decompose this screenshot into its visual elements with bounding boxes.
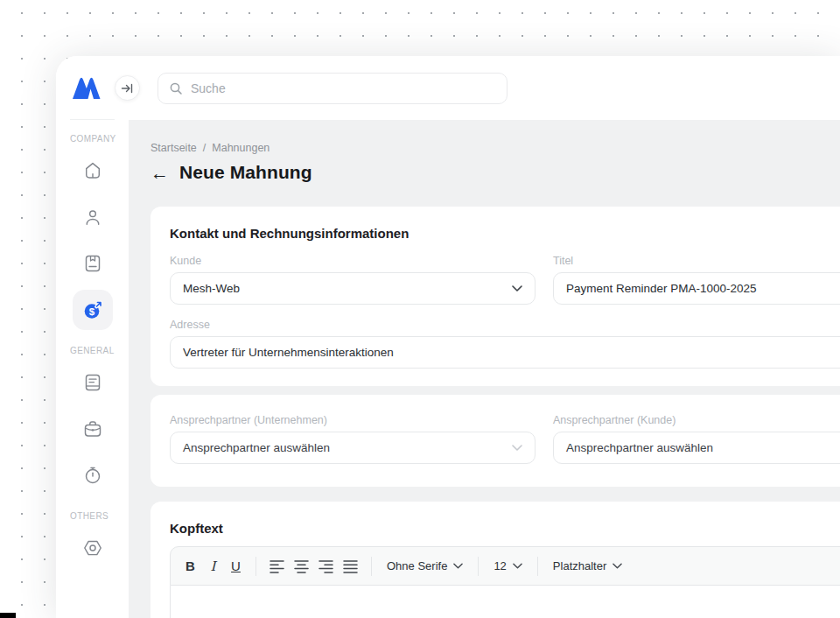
chevron-down-icon — [612, 563, 622, 569]
search-icon — [169, 81, 183, 95]
titel-input[interactable] — [553, 272, 840, 305]
adresse-label: Adresse — [170, 319, 840, 331]
toolbar-separator — [371, 557, 372, 576]
titel-label: Titel — [553, 255, 840, 267]
sidebar-item-catalog[interactable] — [73, 243, 113, 284]
underline-button[interactable]: U — [228, 555, 243, 578]
sidebar-item-settings[interactable] — [73, 528, 113, 568]
italic-button[interactable]: I — [206, 555, 220, 578]
font-size-dropdown[interactable]: 12 — [491, 559, 524, 572]
chevron-down-icon — [513, 563, 522, 569]
breadcrumb-separator: / — [203, 142, 206, 154]
sidebar-section-general: GENERAL — [56, 346, 129, 355]
main-area: Startseite / Mahnungen ← Neue Mahnung Ko… — [129, 56, 840, 618]
breadcrumb-current: Mahnungen — [212, 142, 270, 154]
partner-customer-label: Ansprechpartner (Kunde) — [553, 414, 840, 426]
partners-card: Ansprechpartner (Unternehmen) Ansprechpa… — [150, 395, 840, 487]
corner-mark — [0, 613, 16, 618]
home-icon — [82, 160, 103, 181]
align-right-button[interactable] — [318, 559, 334, 573]
contact-card: Kontakt und Rechnungsinformationen Kunde… — [150, 207, 840, 386]
briefcase-icon — [82, 418, 103, 439]
sidebar-collapse-button[interactable] — [115, 75, 140, 101]
adresse-input[interactable] — [170, 336, 840, 369]
sidebar-item-documents[interactable] — [73, 362, 113, 403]
chevron-down-icon — [512, 285, 522, 291]
book-icon — [82, 253, 103, 274]
kunde-value: Mesh-Web — [183, 282, 240, 295]
sidebar-item-home[interactable] — [73, 151, 113, 191]
partner-customer-select[interactable]: Ansprechpartner auswählen — [553, 432, 840, 464]
sidebar-item-projects[interactable] — [73, 409, 113, 449]
user-icon — [82, 207, 103, 228]
partner-customer-value: Ansprechpartner auswählen — [566, 441, 713, 454]
toolbar-separator — [537, 557, 538, 576]
sidebar-item-finance[interactable]: $ — [73, 290, 113, 330]
sidebar-section-company: COMPANY — [56, 134, 129, 144]
font-size-value: 12 — [494, 559, 506, 572]
breadcrumb-home[interactable]: Startseite — [150, 142, 197, 154]
collapse-arrow-icon — [121, 82, 134, 95]
bold-button[interactable]: B — [183, 555, 198, 578]
align-justify-button[interactable] — [342, 559, 359, 573]
settings-icon — [82, 537, 103, 558]
page-title-row: ← Neue Mahnung — [150, 162, 840, 183]
align-center-button[interactable] — [293, 559, 310, 573]
svg-text:$: $ — [88, 306, 94, 317]
align-center-icon — [293, 559, 310, 573]
sidebar-section-others: OTHERS — [56, 511, 129, 521]
topbar — [129, 56, 840, 120]
search-input[interactable] — [191, 81, 496, 95]
contact-card-title: Kontakt und Rechnungsinformationen — [170, 226, 840, 241]
toolbar-separator — [256, 557, 256, 576]
timer-icon — [82, 465, 103, 486]
sidebar-divider — [70, 119, 115, 120]
breadcrumb: Startseite / Mahnungen — [150, 142, 840, 154]
toolbar-separator — [478, 557, 479, 576]
partner-company-label: Ansprechpartner (Unternehmen) — [170, 414, 536, 426]
align-right-icon — [318, 559, 334, 573]
partner-company-select[interactable]: Ansprechpartner auswählen — [170, 432, 536, 464]
kunde-label: Kunde — [170, 255, 536, 267]
font-family-dropdown[interactable]: Ohne Serife — [384, 559, 466, 572]
align-left-icon — [269, 559, 285, 573]
document-icon — [82, 372, 103, 393]
headertext-card: Kopftext B I U — [150, 502, 840, 618]
font-family-value: Ohne Serife — [387, 559, 447, 572]
sidebar-item-contacts[interactable] — [73, 197, 113, 237]
headertext-title: Kopftext — [170, 521, 840, 536]
app-window: COMPANY — [56, 56, 840, 618]
sidebar-item-time[interactable] — [73, 455, 113, 495]
editor-toolbar: B I U — [170, 546, 840, 586]
kunde-select[interactable]: Mesh-Web — [170, 272, 536, 305]
back-arrow[interactable]: ← — [150, 164, 169, 182]
sidebar-nav: COMPANY — [56, 134, 129, 568]
align-justify-icon — [342, 559, 359, 573]
align-left-button[interactable] — [269, 559, 285, 573]
chevron-down-icon — [512, 445, 522, 451]
money-icon: $ — [82, 299, 103, 320]
page-title: Neue Mahnung — [179, 162, 312, 183]
app-logo-icon[interactable] — [71, 74, 109, 101]
search-box[interactable] — [158, 73, 508, 104]
placeholder-value: Platzhalter — [553, 559, 606, 572]
content-area: Startseite / Mahnungen ← Neue Mahnung Ko… — [129, 120, 840, 618]
editor-textarea[interactable] — [170, 586, 840, 618]
sidebar: COMPANY — [56, 56, 129, 618]
placeholder-dropdown[interactable]: Platzhalter — [550, 559, 625, 572]
chevron-down-icon — [453, 563, 463, 569]
partner-company-value: Ansprechpartner auswählen — [183, 441, 330, 454]
